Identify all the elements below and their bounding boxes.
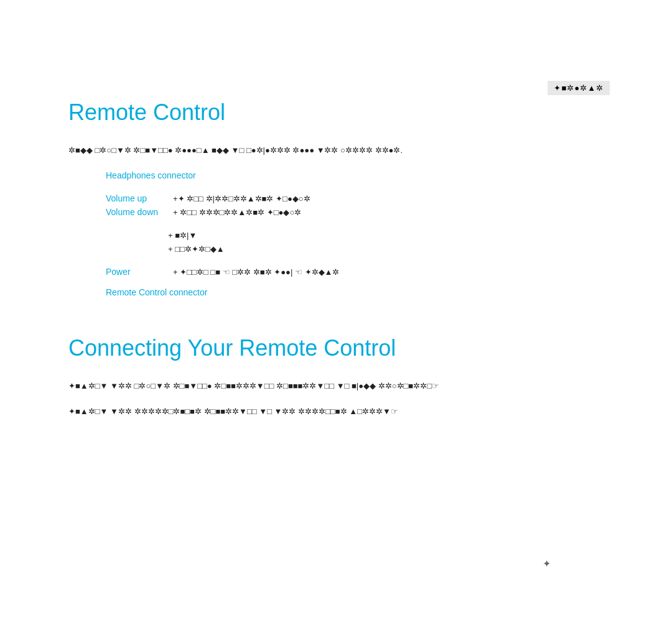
connecting-line1: ✦■▲✲□▼ ▼✲✲ □✲○□▼✲ ✲□■▼□□● ✲□■■✲✲✲▼□□ ✲□■… bbox=[68, 380, 604, 393]
remote-control-title: Remote Control bbox=[68, 99, 604, 126]
remote-control-body: ✲■◆◆ □✲○□▼✲ ✲□■▼□□● ✲●●●□▲ ■◆◆ ▼□ □●✲|●✲… bbox=[68, 144, 604, 157]
headphones-connector-label: Headphones connector bbox=[106, 170, 196, 180]
connecting-section: Connecting Your Remote Control ✦■▲✲□▼ ▼✲… bbox=[68, 335, 604, 418]
indent-line2: + □□✲✦✲□◆▲ bbox=[168, 243, 604, 254]
indent-text-2: + □□✲✦✲□◆▲ bbox=[168, 244, 225, 254]
main-content: Remote Control ✲■◆◆ □✲○□▼✲ ✲□■▼□□● ✲●●●□… bbox=[0, 0, 672, 468]
volume-down-row: Volume down + ✲□□ ✲✲✲□✲✲▲✲■✲ ✦□●◆○✲ bbox=[106, 207, 604, 217]
footer-cross-icon: ✦ bbox=[543, 558, 551, 569]
footer-symbol: ✦ bbox=[543, 558, 551, 570]
volume-up-label: Volume up bbox=[106, 193, 168, 203]
volume-up-text: +✦ ✲□□ ✲|✲✲□✲✲▲✲■✲ ✦□●◆○✲ bbox=[173, 194, 310, 203]
remote-control-connector-row: Remote Control connector bbox=[106, 287, 604, 298]
indent-line1: + ■✲|▼ bbox=[168, 229, 604, 241]
header-symbols: ✦■✲●✲▲✲ bbox=[554, 83, 604, 93]
headphones-connector-row: Headphones connector bbox=[106, 170, 604, 181]
connecting-line2: ✦■▲✲□▼ ▼✲✲ ✲✲✲✲✲□✲■□■✲ ✲□■■✲✲▼□□ ▼□ ▼✲✲ … bbox=[68, 405, 604, 418]
indent-text-1: + ■✲|▼ bbox=[168, 231, 197, 240]
connecting-title: Connecting Your Remote Control bbox=[68, 335, 604, 361]
volume-up-row: Volume up +✦ ✲□□ ✲|✲✲□✲✲▲✲■✲ ✦□●◆○✲ bbox=[106, 193, 604, 203]
remote-control-section: Remote Control ✲■◆◆ □✲○□▼✲ ✲□■▼□□● ✲●●●□… bbox=[68, 99, 604, 298]
power-label: Power bbox=[106, 267, 168, 277]
header-bar: ✦■✲●✲▲✲ bbox=[548, 81, 610, 95]
volume-down-text: + ✲□□ ✲✲✲□✲✲▲✲■✲ ✦□●◆○✲ bbox=[173, 208, 301, 217]
volume-down-label: Volume down bbox=[106, 207, 168, 217]
headphones-section: Headphones connector Volume up +✦ ✲□□ ✲|… bbox=[106, 170, 604, 298]
remote-control-connector-label: Remote Control connector bbox=[106, 287, 207, 297]
power-row: Power + ✦□□✲□ □■ ☜ □✲✲ ✲■✲ ✦●●| ☜ ✦✲◆▲✲ bbox=[106, 267, 604, 277]
power-text: + ✦□□✲□ □■ ☜ □✲✲ ✲■✲ ✦●●| ☜ ✦✲◆▲✲ bbox=[173, 267, 339, 277]
